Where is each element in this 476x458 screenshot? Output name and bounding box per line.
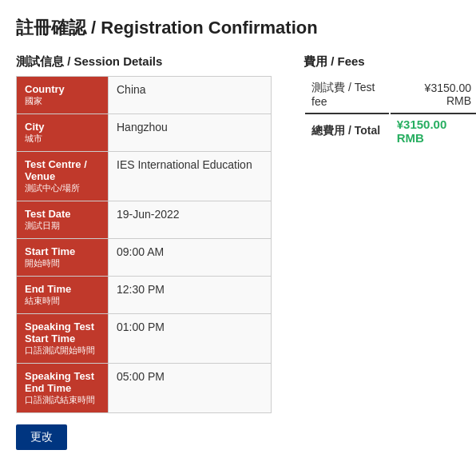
fees-heading: 費用 / Fees xyxy=(303,54,476,70)
main-layout: 測試信息 / Session Details Country國家ChinaCit… xyxy=(16,54,460,450)
label-cell: Start Time開始時間 xyxy=(17,239,109,277)
left-section: 測試信息 / Session Details Country國家ChinaCit… xyxy=(16,54,272,450)
fee-label: 測試費 / Test fee xyxy=(305,78,389,111)
fee-value: ¥3150.00 RMB xyxy=(391,78,476,111)
total-row: 總費用 / Total ¥3150.00 RMB xyxy=(305,113,476,148)
label-en: Start Time xyxy=(25,245,100,257)
label-cell: Country國家 xyxy=(17,77,109,114)
table-row: End Time結束時間12:30 PM xyxy=(17,277,272,314)
table-row: Speaking Test Start Time口語測試開始時間01:00 PM xyxy=(17,314,272,364)
value-cell: IES International Education xyxy=(109,152,272,201)
table-row: Test Centre / Venue測試中心/場所IES Internatio… xyxy=(17,152,272,201)
value-cell: China xyxy=(109,77,272,114)
session-details-heading: 測試信息 / Session Details xyxy=(16,54,272,70)
label-zh: 結束時間 xyxy=(25,295,100,307)
label-en: City xyxy=(25,121,100,133)
table-row: City城市Hangzhou xyxy=(17,114,272,152)
label-zh: 口語測試結束時間 xyxy=(25,394,100,406)
value-cell: 05:00 PM xyxy=(109,364,272,413)
label-zh: 開始時間 xyxy=(25,257,100,269)
label-zh: 國家 xyxy=(25,95,100,107)
label-zh: 口語測試開始時間 xyxy=(25,344,100,356)
label-cell: End Time結束時間 xyxy=(17,277,109,314)
value-cell: Hangzhou xyxy=(109,114,272,152)
table-row: Speaking Test End Time口語測試結束時間05:00 PM xyxy=(17,364,272,413)
label-en: Country xyxy=(25,83,100,95)
total-value: ¥3150.00 RMB xyxy=(391,113,476,148)
modify-button[interactable]: 更改 xyxy=(16,424,67,450)
table-row: Test Date測試日期19-Jun-2022 xyxy=(17,201,272,239)
label-cell: Speaking Test End Time口語測試結束時間 xyxy=(17,364,109,413)
total-label: 總費用 / Total xyxy=(305,113,389,148)
page-title: 註冊確認 / Registration Confirmation xyxy=(16,16,460,40)
value-cell: 01:00 PM xyxy=(109,314,272,364)
details-table: Country國家ChinaCity城市HangzhouTest Centre … xyxy=(16,76,272,413)
label-en: Speaking Test Start Time xyxy=(25,321,100,344)
value-cell: 09:00 AM xyxy=(109,239,272,277)
label-en: End Time xyxy=(25,283,100,295)
label-cell: City城市 xyxy=(17,114,109,152)
label-en: Test Centre / Venue xyxy=(25,158,100,182)
label-cell: Speaking Test Start Time口語測試開始時間 xyxy=(17,314,109,364)
label-zh: 測試日期 xyxy=(25,220,100,232)
label-cell: Test Centre / Venue測試中心/場所 xyxy=(17,152,109,201)
label-zh: 測試中心/場所 xyxy=(25,182,100,194)
label-en: Speaking Test End Time xyxy=(25,370,100,394)
table-row: Country國家China xyxy=(17,77,272,114)
label-cell: Test Date測試日期 xyxy=(17,201,109,239)
right-section: 費用 / Fees 測試費 / Test fee ¥3150.00 RMB 總費… xyxy=(303,54,476,149)
fees-table: 測試費 / Test fee ¥3150.00 RMB 總費用 / Total … xyxy=(303,76,476,149)
label-en: Test Date xyxy=(25,208,100,220)
fee-row: 測試費 / Test fee ¥3150.00 RMB xyxy=(305,78,476,111)
value-cell: 19-Jun-2022 xyxy=(109,201,272,239)
table-row: Start Time開始時間09:00 AM xyxy=(17,239,272,277)
value-cell: 12:30 PM xyxy=(109,277,272,314)
label-zh: 城市 xyxy=(25,133,100,145)
